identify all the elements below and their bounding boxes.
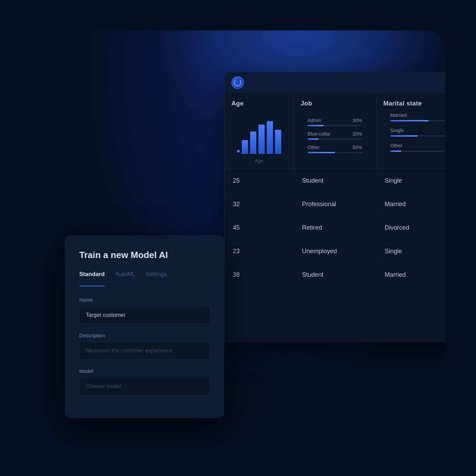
cell-marital-2: Divorced (376, 216, 446, 239)
age-stat-cell: Age Age (225, 93, 294, 170)
job-item-other: Other 50% (308, 145, 362, 153)
tab-standard[interactable]: Standard (79, 271, 105, 282)
bar-1 (242, 140, 248, 154)
cell-age-0: 25 (225, 169, 294, 192)
job-pct-other: 50% (353, 145, 362, 150)
marital-stats: Married Single Other (383, 107, 446, 163)
cell-job-2: Retired (294, 216, 376, 239)
data-window: Age Age Job (224, 72, 446, 342)
table-row-3: 23 Unemployed Single (225, 240, 446, 263)
cell-age-2: 45 (225, 216, 294, 239)
description-input[interactable] (79, 342, 210, 360)
bar-3 (258, 125, 265, 154)
cell-job-0: Student (294, 169, 376, 192)
marital-item-other: Other (390, 143, 445, 152)
marital-name-other: Other (390, 143, 445, 148)
age-header: Age (231, 100, 286, 107)
marital-stat-cell: Marital state Married Single (376, 93, 446, 170)
tabs-row: Standard AutoML Settings (79, 271, 210, 286)
tab-automl[interactable]: AutoML (115, 271, 136, 282)
table-row-0: 25 Student Single (225, 169, 446, 193)
form-panel: Train a new Model AI Standard AutoML Set… (65, 236, 224, 418)
name-label: Name (79, 297, 210, 303)
job-name-admin: Admin (308, 118, 321, 123)
cell-age-1: 32 (225, 193, 294, 216)
form-title: Train a new Model AI (79, 250, 210, 260)
window-header (225, 72, 446, 93)
cell-age-4: 38 (225, 263, 294, 286)
marital-item-single: Single (390, 128, 445, 137)
marital-bar-single (390, 135, 418, 137)
age-chart: Age (231, 115, 286, 163)
job-bar-bluecollar (308, 138, 319, 140)
model-label: Model (79, 368, 210, 374)
job-header: Job (301, 100, 369, 107)
table-row-1: 32 Professional Married (225, 193, 446, 216)
cell-age-3: 23 (225, 240, 294, 263)
bar-dot (237, 150, 240, 153)
bars-container (237, 116, 281, 154)
cell-marital-4: Married (376, 263, 446, 286)
marital-bar-other (390, 150, 401, 152)
data-table: 25 Student Single 32 Professional Marrie… (225, 169, 446, 287)
cell-marital-3: Single (376, 240, 446, 263)
job-item-admin: Admin 30% (308, 118, 362, 126)
table-row-4: 38 Student Married (225, 263, 446, 287)
job-stats: Admin 30% Blue-collar 20% (301, 112, 369, 163)
cell-job-4: Student (294, 263, 376, 286)
job-bar-admin (308, 125, 324, 126)
window-logo (231, 76, 244, 89)
cell-marital-0: Single (376, 169, 446, 192)
cell-job-1: Professional (294, 193, 376, 216)
job-name-other: Other (308, 145, 320, 150)
marital-item-married: Married (390, 112, 445, 121)
marital-bar-married (390, 120, 429, 121)
job-pct-bluecollar: 20% (353, 131, 362, 137)
name-input[interactable] (79, 306, 210, 324)
job-pct-admin: 30% (353, 118, 362, 123)
marital-name-married: Married (390, 112, 445, 118)
screen-wrapper: Age Age Job (30, 30, 446, 446)
tab-settings[interactable]: Settings (146, 271, 167, 282)
chart-label: Age (255, 158, 263, 163)
description-label: Description (79, 332, 210, 338)
bar-4 (267, 121, 273, 154)
cell-marital-1: Married (376, 193, 446, 216)
table-row-2: 45 Retired Divorced (225, 216, 446, 240)
bar-5 (275, 130, 281, 154)
cell-job-3: Unemployed (294, 240, 376, 263)
marital-name-single: Single (390, 128, 445, 133)
job-bar-other (308, 152, 335, 153)
stats-row: Age Age Job (225, 93, 446, 169)
bar-2 (250, 131, 256, 154)
job-stat-cell: Job Admin 30% Blue-collar (294, 93, 376, 170)
job-name-bluecollar: Blue-collar (308, 131, 330, 137)
job-item-bluecollar: Blue-collar 20% (308, 131, 362, 140)
marital-header: Marital state (383, 100, 446, 107)
model-input[interactable] (79, 377, 210, 395)
